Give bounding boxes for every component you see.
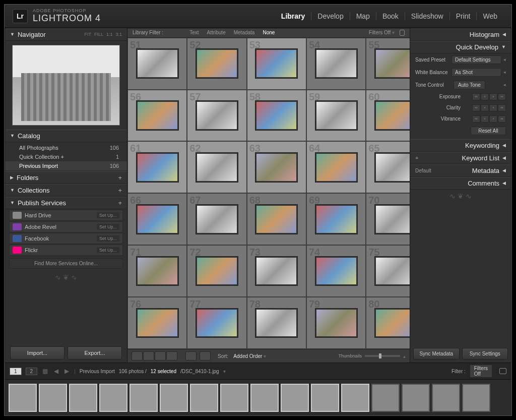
- publish-header[interactable]: ▼ Publish Services +: [5, 197, 127, 209]
- filmstrip-thumb[interactable]: [250, 384, 279, 412]
- status-source[interactable]: Previous Import: [80, 369, 115, 374]
- grid-cell[interactable]: 58: [247, 90, 306, 142]
- grid-cell[interactable]: 79: [306, 297, 366, 349]
- grid-cell[interactable]: 70: [366, 193, 410, 245]
- filmstrip-thumb[interactable]: [402, 384, 430, 412]
- thumbnail-size-slider[interactable]: Thumbnails ▴: [338, 353, 406, 359]
- sync-settings-button[interactable]: Sync Settings: [462, 348, 508, 359]
- grid-cell[interactable]: 66: [127, 193, 187, 245]
- navigator-zoom-opts[interactable]: FITFILL1:13:1: [84, 32, 122, 37]
- publish-service-row[interactable]: Hard DriveSet Up...: [9, 210, 123, 221]
- grid-cell[interactable]: 76: [127, 297, 187, 349]
- grid-cell[interactable]: 51: [127, 38, 187, 90]
- reset-all-button[interactable]: Reset All: [471, 127, 506, 135]
- lock-icon[interactable]: [400, 30, 405, 36]
- metadata-header[interactable]: Default Metadata ◀: [410, 164, 511, 177]
- filter-tab-attribute[interactable]: Attribute: [203, 29, 229, 36]
- quickdevelop-header[interactable]: Quick Develop ▼: [410, 41, 511, 53]
- filmstrip-thumb[interactable]: [341, 384, 369, 412]
- screen-2-button[interactable]: 2: [26, 368, 38, 375]
- grid-cell[interactable]: 78: [247, 297, 306, 349]
- catalog-header[interactable]: ▼ Catalog: [5, 130, 127, 142]
- grid-cell[interactable]: 69: [306, 193, 366, 245]
- filter-tab-none[interactable]: None: [259, 29, 279, 36]
- module-book[interactable]: Book: [376, 12, 405, 20]
- grid-cell[interactable]: 68: [247, 193, 306, 245]
- publish-service-row[interactable]: FacebookSet Up...: [9, 233, 123, 244]
- chevron-left-icon[interactable]: ◂: [503, 57, 506, 62]
- grid-cell[interactable]: 60: [366, 90, 410, 142]
- navigator-preview[interactable]: [12, 45, 120, 126]
- grid-cell[interactable]: 63: [247, 141, 306, 193]
- back-arrow-icon[interactable]: ◀: [53, 368, 59, 375]
- grid-cell[interactable]: 71: [127, 245, 187, 297]
- grid-cell[interactable]: 80: [366, 297, 410, 349]
- keywordlist-header[interactable]: + Keyword List ◀: [410, 152, 511, 164]
- add-publish-icon[interactable]: +: [118, 199, 122, 207]
- forward-arrow-icon[interactable]: ▶: [63, 368, 70, 375]
- status-filter-select[interactable]: Filters Off: [470, 365, 492, 378]
- histogram-header[interactable]: Histogram ◀: [410, 28, 511, 41]
- grid-cell[interactable]: 65: [366, 141, 410, 193]
- filmstrip-thumb[interactable]: [69, 384, 97, 412]
- grid-mode-icon[interactable]: ▦: [41, 368, 49, 375]
- filters-off-toggle[interactable]: Filters Off ▾: [369, 30, 395, 35]
- filmstrip-thumb[interactable]: [462, 384, 490, 412]
- filmstrip-thumb[interactable]: [39, 384, 67, 412]
- publish-service-row[interactable]: Adobe RevelSet Up...: [9, 221, 123, 232]
- collections-header[interactable]: ▼ Collections +: [5, 184, 127, 197]
- grid-cell[interactable]: 56: [127, 90, 187, 142]
- find-more-services[interactable]: Find More Services Online...: [9, 258, 123, 269]
- add-keyword-icon[interactable]: +: [415, 155, 418, 161]
- grid-cell[interactable]: 73: [247, 245, 306, 297]
- sort-direction-button[interactable]: [200, 351, 211, 361]
- navigator-header[interactable]: ▼ Navigator FITFILL1:13:1: [5, 28, 127, 41]
- grid-cell[interactable]: 54: [306, 38, 366, 90]
- grid-view-button[interactable]: [132, 351, 143, 361]
- filmstrip[interactable]: [5, 379, 511, 415]
- white-balance-select[interactable]: As Shot: [452, 68, 501, 77]
- sync-metadata-button[interactable]: Sync Metadata: [413, 348, 460, 359]
- module-library[interactable]: Library: [275, 12, 311, 20]
- folders-header[interactable]: ▶ Folders +: [5, 171, 127, 184]
- saved-preset-select[interactable]: Default Settings: [452, 55, 501, 64]
- filmstrip-thumb[interactable]: [432, 384, 460, 412]
- chevron-left-icon[interactable]: ◂: [503, 70, 506, 75]
- export-button[interactable]: Export...: [68, 346, 122, 359]
- catalog-row[interactable]: Quick Collection +1: [5, 152, 127, 161]
- grid-cell[interactable]: 57: [187, 90, 246, 142]
- publish-service-row[interactable]: FlickrSet Up...: [9, 245, 123, 256]
- module-map[interactable]: Map: [350, 12, 376, 20]
- grid-cell[interactable]: 53: [247, 38, 306, 90]
- import-button[interactable]: Import...: [10, 346, 64, 359]
- painter-tool[interactable]: [185, 351, 197, 361]
- lock-icon[interactable]: [499, 368, 506, 374]
- add-folder-icon[interactable]: +: [118, 174, 122, 182]
- grid-cell[interactable]: 67: [187, 193, 246, 245]
- keywording-header[interactable]: Keywording ◀: [410, 139, 511, 152]
- catalog-row[interactable]: All Photographs106: [5, 143, 127, 152]
- module-print[interactable]: Print: [450, 12, 477, 20]
- grid-cell[interactable]: 64: [306, 141, 366, 193]
- filmstrip-thumb[interactable]: [160, 384, 188, 412]
- module-web[interactable]: Web: [477, 12, 503, 20]
- thumbnail-grid[interactable]: 5152535455565758596061626364656667686970…: [127, 38, 410, 349]
- filmstrip-thumb[interactable]: [371, 384, 400, 412]
- filmstrip-thumb[interactable]: [190, 384, 218, 412]
- auto-tone-button[interactable]: Auto Tone: [454, 81, 485, 89]
- comments-header[interactable]: Comments ◀: [410, 177, 511, 190]
- module-develop[interactable]: Develop: [311, 12, 350, 20]
- add-collection-icon[interactable]: +: [118, 187, 122, 194]
- metadata-preset[interactable]: Default: [415, 168, 431, 173]
- filmstrip-thumb[interactable]: [99, 384, 127, 412]
- grid-cell[interactable]: 62: [187, 141, 246, 193]
- toolbar-collapse-icon[interactable]: ▴: [403, 353, 406, 359]
- grid-cell[interactable]: 77: [187, 297, 246, 349]
- module-slideshow[interactable]: Slideshow: [405, 12, 450, 20]
- filmstrip-thumb[interactable]: [311, 384, 339, 412]
- compare-view-button[interactable]: [155, 351, 166, 361]
- screen-1-button[interactable]: 1: [10, 368, 22, 375]
- grid-cell[interactable]: 75: [366, 245, 410, 297]
- grid-cell[interactable]: 74: [306, 245, 366, 297]
- filter-tab-metadata[interactable]: Metadata: [230, 29, 259, 36]
